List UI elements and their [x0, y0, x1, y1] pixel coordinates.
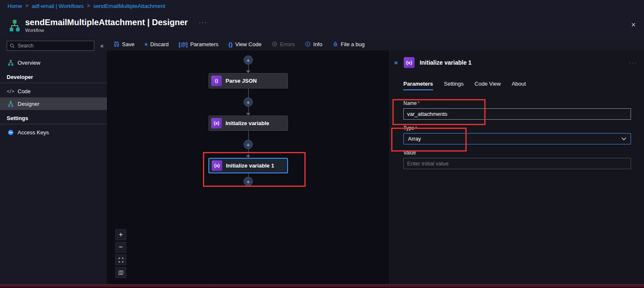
view-code-icon: {} [229, 41, 233, 47]
connector-line [248, 89, 249, 97]
initialize-variable-icon: {x} [211, 118, 222, 128]
workflow-column: + {} Parse JSON + {x} Ini [208, 55, 288, 186]
code-icon: </> [7, 89, 14, 94]
value-input[interactable] [403, 158, 631, 169]
sidebar-section-settings: Settings [0, 110, 107, 124]
add-step-button[interactable]: + [244, 55, 253, 65]
connector-line [248, 149, 249, 155]
type-dropdown-value: Array [408, 136, 421, 142]
discard-icon: × [145, 41, 148, 47]
node-label: Initialize variable 1 [226, 162, 274, 169]
workflow-logo-icon [8, 19, 21, 32]
breadcrumb-separator: > [87, 3, 90, 9]
workflow-node-initialize-variable-1[interactable]: {x} Initialize variable 1 [208, 158, 288, 173]
search-input[interactable] [17, 42, 91, 49]
sidebar-item-code[interactable]: </> Code [0, 85, 107, 97]
errors-icon [272, 41, 278, 47]
name-label: Name* [403, 100, 631, 106]
minimap-button[interactable] [115, 267, 126, 278]
sidebar: « Overview Developer [0, 38, 107, 284]
properties-panel: » {x} Initialize variable 1 ··· Paramete… [390, 50, 644, 284]
sidebar-item-designer[interactable]: Designer [0, 97, 107, 110]
zoom-in-button[interactable]: + [115, 229, 126, 240]
parameters-button[interactable]: [@] Parameters [179, 41, 218, 47]
sidebar-item-label: Code [18, 88, 31, 94]
designer-icon [7, 101, 14, 107]
panel-tabs: Parameters Settings Code View About [403, 81, 644, 90]
main-area: Save × Discard [@] Parameters {} View Co… [107, 38, 644, 284]
sidebar-item-label: Designer [18, 101, 39, 107]
view-code-button[interactable]: {} View Code [229, 41, 262, 47]
divider [0, 124, 107, 124]
status-bar [0, 284, 644, 288]
divider [0, 83, 107, 83]
breadcrumb-home[interactable]: Home [8, 3, 22, 9]
initialize-variable-icon: {x} [212, 160, 222, 171]
close-icon[interactable]: × [631, 21, 636, 29]
add-step-button[interactable]: + [244, 177, 253, 186]
zoom-controls: + − [115, 229, 126, 278]
sidebar-collapse-icon[interactable]: « [100, 42, 104, 49]
errors-button: Errors [272, 41, 295, 47]
header-overflow-icon[interactable]: ··· [199, 18, 208, 26]
search-box[interactable] [7, 41, 94, 51]
sidebar-nav: Overview Developer </> Code [0, 56, 107, 139]
zoom-out-button[interactable]: − [115, 242, 126, 253]
connector-line [248, 65, 249, 71]
tab-parameters[interactable]: Parameters [403, 81, 433, 90]
info-icon [305, 41, 311, 47]
name-field-group: Name* [403, 100, 631, 120]
sidebar-item-label: Access Keys [18, 129, 49, 136]
breadcrumb-separator: > [26, 3, 29, 9]
sidebar-search-row: « [0, 38, 107, 52]
node-label: Initialize variable [226, 120, 269, 126]
logic-app-designer-window: Home > adf-email | Workflows > sendEmail… [0, 0, 644, 288]
sidebar-item-access-keys[interactable]: Access Keys [0, 126, 107, 139]
page-header: sendEmailMultipleAttachment | Designer ·… [0, 12, 644, 38]
panel-header: » {x} Initialize variable 1 ··· [390, 50, 644, 68]
breadcrumb-workflow-name[interactable]: sendEmailMultipleAttachment [93, 3, 165, 9]
node-label: Parse JSON [226, 78, 257, 84]
breadcrumb-workflows[interactable]: adf-email | Workflows [32, 3, 84, 9]
info-button[interactable]: Info [305, 41, 322, 47]
fit-view-button[interactable] [115, 254, 126, 265]
file-a-bug-button[interactable]: File a bug [332, 41, 365, 47]
value-label: Value [403, 150, 631, 156]
resource-type-label: Workflow [25, 28, 208, 33]
tab-settings[interactable]: Settings [444, 81, 464, 90]
initialize-variable-icon: {x} [404, 57, 415, 68]
type-field-group: Type* Array [403, 125, 631, 144]
panel-overflow-icon[interactable]: ··· [629, 59, 637, 66]
bug-icon [332, 41, 338, 47]
designer-toolbar: Save × Discard [@] Parameters {} View Co… [107, 38, 644, 50]
sidebar-section-developer: Developer [0, 69, 107, 83]
search-icon [10, 43, 15, 48]
panel-title: Initialize variable 1 [420, 59, 472, 66]
connector-line [248, 131, 249, 140]
content: + {} Parse JSON + {x} Ini [107, 50, 644, 284]
page-title: sendEmailMultipleAttachment | Designer [25, 17, 188, 27]
type-label: Type* [403, 125, 631, 131]
value-field-group: Value [403, 150, 631, 169]
save-icon [114, 41, 119, 47]
name-input[interactable] [403, 108, 631, 120]
workflow-node-parse-json[interactable]: {} Parse JSON [208, 73, 288, 89]
workflow-node-initialize-variable[interactable]: {x} Initialize variable [208, 115, 288, 131]
title-block: sendEmailMultipleAttachment | Designer ·… [25, 17, 208, 33]
tab-about[interactable]: About [512, 81, 526, 90]
tab-code-view[interactable]: Code View [475, 81, 501, 90]
sidebar-item-overview[interactable]: Overview [0, 56, 107, 69]
type-dropdown[interactable]: Array [403, 133, 631, 144]
required-marker: * [415, 125, 417, 131]
discard-button[interactable]: × Discard [145, 41, 169, 47]
workflow-canvas[interactable]: + {} Parse JSON + {x} Ini [107, 50, 390, 284]
sidebar-item-label: Overview [18, 60, 40, 66]
panel-expand-icon[interactable]: » [394, 59, 398, 66]
overview-icon [7, 60, 14, 66]
parameters-icon: [@] [179, 41, 187, 47]
parameter-fields: Name* Type* Array [403, 100, 631, 169]
add-step-button[interactable]: + [244, 140, 253, 149]
save-button[interactable]: Save [114, 41, 135, 47]
add-step-button[interactable]: + [244, 97, 253, 107]
connector-line [248, 173, 249, 177]
